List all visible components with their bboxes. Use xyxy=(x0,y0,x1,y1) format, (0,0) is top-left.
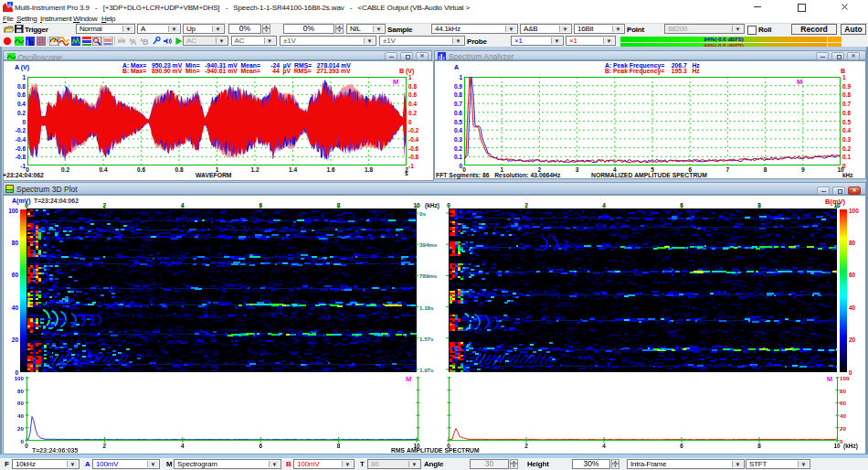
svg-text:A: A xyxy=(131,37,137,46)
svg-text:B: B xyxy=(143,37,149,46)
